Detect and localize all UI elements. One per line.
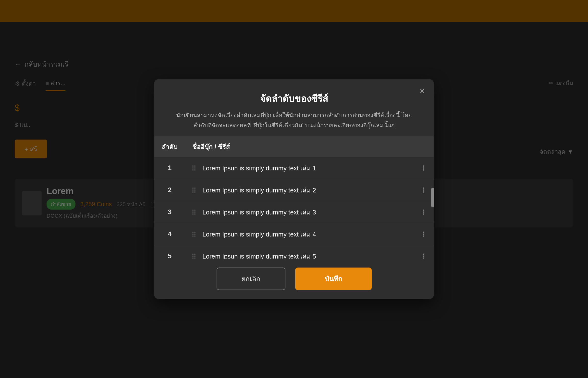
drag-handle-icon[interactable] <box>192 231 196 236</box>
row-menu-button[interactable] <box>420 187 426 192</box>
row-content: Lorem Ipsun is simply dummy text เล่ม 3 <box>192 207 426 217</box>
row-title-text: Lorem Ipsun is simply dummy text เล่ม 4 <box>202 229 420 239</box>
row-title-text: Lorem Ipsun is simply dummy text เล่ม 5 <box>202 251 420 258</box>
row-content: Lorem Ipsun is simply dummy text เล่ม 4 <box>192 229 426 239</box>
modal-close-button[interactable]: × <box>420 87 425 95</box>
row-title-cell: Lorem Ipsun is simply dummy text เล่ม 2 <box>185 179 434 201</box>
row-title-text: Lorem Ipsun is simply dummy text เล่ม 1 <box>202 163 420 173</box>
drag-handle-icon[interactable] <box>192 209 196 215</box>
modal-header: จัดลำดับของซีรีส์ นักเขียนสามารถจัดเรียง… <box>154 79 434 136</box>
series-table: ลำดับ ชื่ออีบุ๊ก / ซีรีส์ 1Lorem Ipsun i… <box>154 136 434 258</box>
row-menu-button[interactable] <box>420 165 426 170</box>
row-title-cell: Lorem Ipsun is simply dummy text เล่ม 4 <box>185 223 434 245</box>
drag-handle-icon[interactable] <box>192 187 196 192</box>
table-header: ลำดับ ชื่ออีบุ๊ก / ซีรีส์ <box>154 136 434 157</box>
row-title-cell: Lorem Ipsun is simply dummy text เล่ม 1 <box>185 157 434 179</box>
row-title-text: Lorem Ipsun is simply dummy text เล่ม 3 <box>202 207 420 217</box>
table-row: 1Lorem Ipsun is simply dummy text เล่ม 1 <box>154 157 434 179</box>
row-menu-button[interactable] <box>420 231 426 236</box>
row-menu-button[interactable] <box>420 209 426 215</box>
table-row: 3Lorem Ipsun is simply dummy text เล่ม 3 <box>154 201 434 223</box>
row-order-number: 4 <box>154 223 185 245</box>
series-table-wrapper: ลำดับ ชื่ออีบุ๊ก / ซีรีส์ 1Lorem Ipsun i… <box>154 136 434 258</box>
modal-footer: ยกเลิก บันทึก <box>154 258 434 299</box>
table-body: 1Lorem Ipsun is simply dummy text เล่ม 1… <box>154 157 434 258</box>
scrollbar-indicator[interactable] <box>431 188 434 207</box>
row-order-number: 3 <box>154 201 185 223</box>
drag-handle-icon[interactable] <box>192 165 196 170</box>
drag-handle-icon[interactable] <box>192 253 196 258</box>
cancel-button[interactable]: ยกเลิก <box>217 267 285 290</box>
table-row: 4Lorem Ipsun is simply dummy text เล่ม 4 <box>154 223 434 245</box>
row-content: Lorem Ipsun is simply dummy text เล่ม 2 <box>192 185 426 195</box>
row-title-cell: Lorem Ipsun is simply dummy text เล่ม 3 <box>185 201 434 223</box>
row-title-cell: Lorem Ipsun is simply dummy text เล่ม 5 <box>185 245 434 259</box>
modal-description: นักเขียนสามารถจัดเรียงลำดับเล่มอีบุ๊ก เพ… <box>169 110 419 131</box>
save-button[interactable]: บันทึก <box>295 267 372 290</box>
modal-title: จัดลำดับของซีรีส์ <box>169 91 419 106</box>
row-content: Lorem Ipsun is simply dummy text เล่ม 1 <box>192 163 426 173</box>
col-order-header: ลำดับ <box>154 136 185 157</box>
row-menu-button[interactable] <box>420 253 426 258</box>
series-order-modal: จัดลำดับของซีรีส์ นักเขียนสามารถจัดเรียง… <box>154 79 434 299</box>
row-order-number: 5 <box>154 245 185 259</box>
row-content: Lorem Ipsun is simply dummy text เล่ม 5 <box>192 251 426 258</box>
table-row: 2Lorem Ipsun is simply dummy text เล่ม 2 <box>154 179 434 201</box>
row-order-number: 2 <box>154 179 185 201</box>
table-row: 5Lorem Ipsun is simply dummy text เล่ม 5 <box>154 245 434 259</box>
col-title-header: ชื่ออีบุ๊ก / ซีรีส์ <box>185 136 434 157</box>
row-order-number: 1 <box>154 157 185 179</box>
row-title-text: Lorem Ipsun is simply dummy text เล่ม 2 <box>202 185 420 195</box>
